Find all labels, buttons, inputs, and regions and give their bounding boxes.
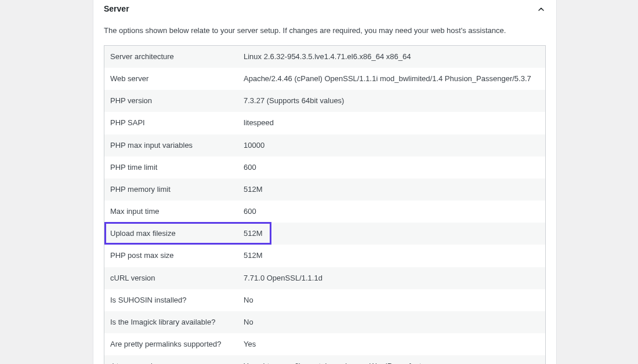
section-header[interactable]: Server [93,0,556,26]
table-row: Max input time600 [104,201,545,223]
row-value: Your .htaccess file contains only core W… [238,355,545,364]
server-panel: Server The options shown below relate to… [93,0,557,364]
table-row: Web serverApache/2.4.46 (cPanel) OpenSSL… [104,68,545,90]
table-row: PHP version7.3.27 (Supports 64bit values… [104,90,545,112]
server-table-wrap: Server architectureLinux 2.6.32-954.3.5.… [104,45,546,364]
row-value: Apache/2.4.46 (cPanel) OpenSSL/1.1.1i mo… [238,68,545,90]
row-label: PHP time limit [104,156,238,179]
table-row: Is the Imagick library available?No [104,311,545,333]
table-row: PHP SAPIlitespeed [104,112,545,134]
table-row: .htaccess rulesYour .htaccess file conta… [104,355,545,364]
row-label: PHP version [104,90,238,112]
row-value: 512M [238,179,545,201]
row-value: 600 [238,156,545,179]
table-row: PHP time limit600 [104,156,545,179]
table-row: Is SUHOSIN installed?No [104,289,545,311]
row-value: 7.3.27 (Supports 64bit values) [238,90,545,112]
table-row: Are pretty permalinks supported?Yes [104,333,545,355]
table-row: Server architectureLinux 2.6.32-954.3.5.… [104,46,545,68]
server-table: Server architectureLinux 2.6.32-954.3.5.… [104,46,545,364]
row-value: 600 [238,201,545,223]
row-label: PHP SAPI [104,112,238,134]
row-value: 512M [238,245,545,267]
row-label: Max input time [104,201,238,223]
table-row: Upload max filesize512M [104,223,545,245]
row-value: 7.71.0 OpenSSL/1.1.1d [238,267,545,289]
row-value: litespeed [238,112,545,134]
row-label: PHP memory limit [104,179,238,201]
row-label: Upload max filesize [104,223,238,245]
row-value: 512M [238,223,545,245]
row-label: cURL version [104,267,238,289]
chevron-up-icon[interactable] [536,5,546,14]
row-label: Is SUHOSIN installed? [104,289,238,311]
row-label: Web server [104,68,238,90]
table-row: PHP memory limit512M [104,179,545,201]
table-row: cURL version7.71.0 OpenSSL/1.1.1d [104,267,545,289]
row-value: Yes [238,333,545,355]
row-label: Server architecture [104,46,238,68]
row-value: No [238,289,545,311]
row-label: PHP post max size [104,245,238,267]
table-row: PHP post max size512M [104,245,545,267]
row-label: PHP max input variables [104,134,238,156]
row-value: 10000 [238,134,545,156]
row-value: Linux 2.6.32-954.3.5.lve1.4.71.el6.x86_6… [238,46,545,68]
row-value: No [238,311,545,333]
row-label: .htaccess rules [104,355,238,364]
section-intro: The options shown below relate to your s… [93,26,556,45]
row-label: Are pretty permalinks supported? [104,333,238,355]
row-label: Is the Imagick library available? [104,311,238,333]
table-row: PHP max input variables10000 [104,134,545,156]
section-title: Server [104,3,129,15]
